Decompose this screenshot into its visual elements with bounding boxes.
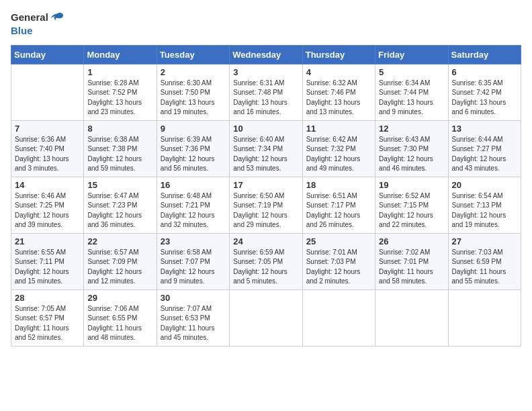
- day-number: 9: [161, 124, 226, 134]
- day-detail: Sunrise: 6:43 AM Sunset: 7:30 PM Dayligh…: [379, 135, 444, 174]
- day-number: 29: [87, 293, 152, 303]
- day-detail: Sunrise: 6:40 AM Sunset: 7:34 PM Dayligh…: [233, 135, 298, 174]
- day-number: 12: [379, 124, 444, 134]
- calendar-cell: 24Sunrise: 6:59 AM Sunset: 7:05 PM Dayli…: [230, 233, 302, 289]
- calendar-cell: [448, 289, 521, 346]
- day-detail: Sunrise: 6:31 AM Sunset: 7:48 PM Dayligh…: [233, 79, 298, 118]
- calendar-cell: 25Sunrise: 7:01 AM Sunset: 7:03 PM Dayli…: [302, 233, 375, 289]
- calendar-cell: 26Sunrise: 7:02 AM Sunset: 7:01 PM Dayli…: [375, 233, 448, 289]
- calendar-cell: 10Sunrise: 6:40 AM Sunset: 7:34 PM Dayli…: [230, 120, 302, 177]
- calendar-cell: 9Sunrise: 6:39 AM Sunset: 7:36 PM Daylig…: [157, 120, 229, 177]
- day-detail: Sunrise: 6:34 AM Sunset: 7:44 PM Dayligh…: [379, 79, 444, 118]
- day-number: 16: [161, 180, 226, 190]
- day-number: 3: [233, 67, 298, 77]
- day-detail: Sunrise: 6:39 AM Sunset: 7:36 PM Dayligh…: [161, 135, 226, 174]
- day-detail: Sunrise: 6:54 AM Sunset: 7:13 PM Dayligh…: [452, 191, 517, 230]
- day-detail: Sunrise: 6:55 AM Sunset: 7:11 PM Dayligh…: [15, 248, 80, 287]
- day-number: 2: [161, 67, 226, 77]
- logo: General Blue: [11, 11, 64, 37]
- weekday-header-sunday: Sunday: [11, 45, 84, 64]
- calendar-cell: 27Sunrise: 7:03 AM Sunset: 6:59 PM Dayli…: [448, 233, 521, 289]
- day-number: 27: [452, 236, 517, 246]
- calendar-cell: 19Sunrise: 6:52 AM Sunset: 7:15 PM Dayli…: [375, 177, 448, 233]
- day-detail: Sunrise: 6:35 AM Sunset: 7:42 PM Dayligh…: [452, 79, 517, 118]
- calendar-cell: 22Sunrise: 6:57 AM Sunset: 7:09 PM Dayli…: [84, 233, 157, 289]
- day-detail: Sunrise: 6:57 AM Sunset: 7:09 PM Dayligh…: [87, 248, 152, 287]
- calendar-week-5: 28Sunrise: 7:05 AM Sunset: 6:57 PM Dayli…: [11, 289, 521, 346]
- day-detail: Sunrise: 6:50 AM Sunset: 7:19 PM Dayligh…: [233, 191, 298, 230]
- weekday-header-row: SundayMondayTuesdayWednesdayThursdayFrid…: [11, 45, 521, 64]
- calendar-cell: [230, 289, 302, 346]
- calendar-cell: 4Sunrise: 6:32 AM Sunset: 7:46 PM Daylig…: [302, 64, 375, 120]
- calendar-week-3: 14Sunrise: 6:46 AM Sunset: 7:25 PM Dayli…: [11, 177, 521, 233]
- day-detail: Sunrise: 6:51 AM Sunset: 7:17 PM Dayligh…: [306, 191, 371, 230]
- day-number: 18: [306, 180, 371, 190]
- calendar-cell: 28Sunrise: 7:05 AM Sunset: 6:57 PM Dayli…: [11, 289, 84, 346]
- day-number: 13: [452, 124, 517, 134]
- calendar-cell: 12Sunrise: 6:43 AM Sunset: 7:30 PM Dayli…: [375, 120, 448, 177]
- day-number: 28: [15, 293, 80, 303]
- day-detail: Sunrise: 6:58 AM Sunset: 7:07 PM Dayligh…: [161, 248, 226, 287]
- day-detail: Sunrise: 7:02 AM Sunset: 7:01 PM Dayligh…: [379, 248, 444, 287]
- calendar-cell: [11, 64, 84, 120]
- calendar-cell: 6Sunrise: 6:35 AM Sunset: 7:42 PM Daylig…: [448, 64, 521, 120]
- calendar-cell: 13Sunrise: 6:44 AM Sunset: 7:27 PM Dayli…: [448, 120, 521, 177]
- calendar-cell: 16Sunrise: 6:48 AM Sunset: 7:21 PM Dayli…: [157, 177, 229, 233]
- calendar-cell: 5Sunrise: 6:34 AM Sunset: 7:44 PM Daylig…: [375, 64, 448, 120]
- day-number: 17: [233, 180, 298, 190]
- day-number: 19: [379, 180, 444, 190]
- day-number: 24: [233, 236, 298, 246]
- day-detail: Sunrise: 6:46 AM Sunset: 7:25 PM Dayligh…: [15, 191, 80, 230]
- day-number: 5: [379, 67, 444, 77]
- day-detail: Sunrise: 6:48 AM Sunset: 7:21 PM Dayligh…: [161, 191, 226, 230]
- calendar-cell: [375, 289, 448, 346]
- calendar-week-1: 1Sunrise: 6:28 AM Sunset: 7:52 PM Daylig…: [11, 64, 521, 120]
- day-number: 4: [306, 67, 371, 77]
- weekday-header-tuesday: Tuesday: [157, 45, 229, 64]
- weekday-header-friday: Friday: [375, 45, 448, 64]
- calendar-week-2: 7Sunrise: 6:36 AM Sunset: 7:40 PM Daylig…: [11, 120, 521, 177]
- day-detail: Sunrise: 6:42 AM Sunset: 7:32 PM Dayligh…: [306, 135, 371, 174]
- calendar-cell: 30Sunrise: 7:07 AM Sunset: 6:53 PM Dayli…: [157, 289, 229, 346]
- day-number: 22: [87, 236, 152, 246]
- day-number: 11: [306, 124, 371, 134]
- day-number: 30: [161, 293, 226, 303]
- day-detail: Sunrise: 6:38 AM Sunset: 7:38 PM Dayligh…: [87, 135, 152, 174]
- day-number: 23: [161, 236, 226, 246]
- day-number: 21: [15, 236, 80, 246]
- page-header: General Blue: [11, 11, 521, 37]
- calendar-cell: 8Sunrise: 6:38 AM Sunset: 7:38 PM Daylig…: [84, 120, 157, 177]
- day-detail: Sunrise: 6:47 AM Sunset: 7:23 PM Dayligh…: [87, 191, 152, 230]
- calendar-cell: 14Sunrise: 6:46 AM Sunset: 7:25 PM Dayli…: [11, 177, 84, 233]
- weekday-header-thursday: Thursday: [302, 45, 375, 64]
- day-detail: Sunrise: 6:44 AM Sunset: 7:27 PM Dayligh…: [452, 135, 517, 174]
- calendar-week-4: 21Sunrise: 6:55 AM Sunset: 7:11 PM Dayli…: [11, 233, 521, 289]
- day-number: 8: [87, 124, 152, 134]
- calendar-cell: 18Sunrise: 6:51 AM Sunset: 7:17 PM Dayli…: [302, 177, 375, 233]
- calendar-cell: 3Sunrise: 6:31 AM Sunset: 7:48 PM Daylig…: [230, 64, 302, 120]
- calendar-cell: 23Sunrise: 6:58 AM Sunset: 7:07 PM Dayli…: [157, 233, 229, 289]
- weekday-header-monday: Monday: [84, 45, 157, 64]
- day-number: 15: [87, 180, 152, 190]
- day-detail: Sunrise: 6:36 AM Sunset: 7:40 PM Dayligh…: [15, 135, 80, 174]
- day-number: 1: [87, 67, 152, 77]
- day-detail: Sunrise: 7:06 AM Sunset: 6:55 PM Dayligh…: [87, 304, 152, 343]
- day-number: 7: [15, 124, 80, 134]
- day-number: 14: [15, 180, 80, 190]
- day-detail: Sunrise: 7:01 AM Sunset: 7:03 PM Dayligh…: [306, 248, 371, 287]
- calendar-cell: 20Sunrise: 6:54 AM Sunset: 7:13 PM Dayli…: [448, 177, 521, 233]
- day-detail: Sunrise: 6:28 AM Sunset: 7:52 PM Dayligh…: [87, 79, 152, 118]
- logo-general: General: [11, 11, 48, 23]
- calendar-cell: 17Sunrise: 6:50 AM Sunset: 7:19 PM Dayli…: [230, 177, 302, 233]
- calendar-cell: 11Sunrise: 6:42 AM Sunset: 7:32 PM Dayli…: [302, 120, 375, 177]
- day-detail: Sunrise: 6:59 AM Sunset: 7:05 PM Dayligh…: [233, 248, 298, 287]
- day-detail: Sunrise: 6:32 AM Sunset: 7:46 PM Dayligh…: [306, 79, 371, 118]
- day-detail: Sunrise: 7:05 AM Sunset: 6:57 PM Dayligh…: [15, 304, 80, 343]
- day-detail: Sunrise: 6:30 AM Sunset: 7:50 PM Dayligh…: [161, 79, 226, 118]
- calendar-cell: 2Sunrise: 6:30 AM Sunset: 7:50 PM Daylig…: [157, 64, 229, 120]
- day-number: 10: [233, 124, 298, 134]
- day-number: 6: [452, 67, 517, 77]
- calendar-cell: 1Sunrise: 6:28 AM Sunset: 7:52 PM Daylig…: [84, 64, 157, 120]
- calendar-cell: 15Sunrise: 6:47 AM Sunset: 7:23 PM Dayli…: [84, 177, 157, 233]
- calendar-table: SundayMondayTuesdayWednesdayThursdayFrid…: [11, 45, 521, 347]
